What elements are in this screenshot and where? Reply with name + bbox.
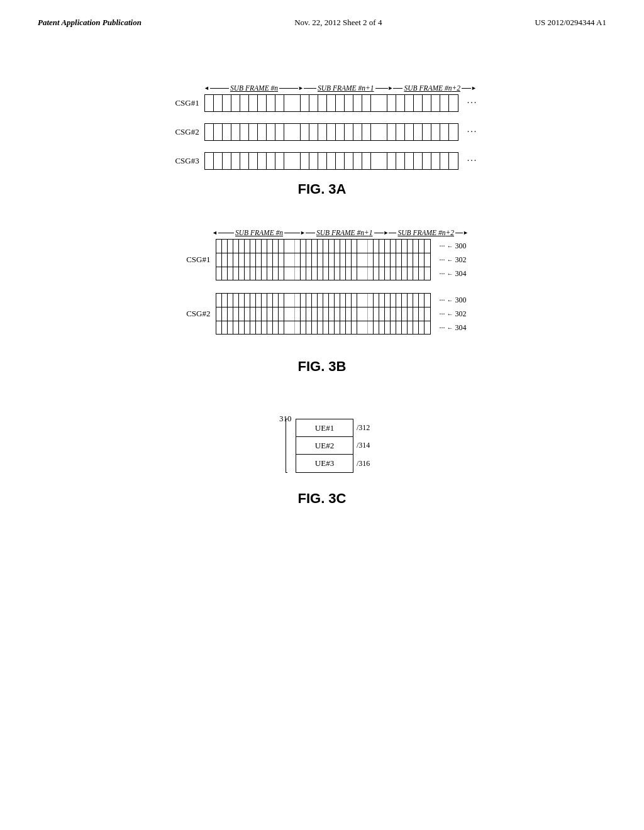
csg1-dots-3a: ··· bbox=[467, 98, 478, 108]
dots-csg2-3: ··· bbox=[440, 323, 445, 333]
fig3b-csg1-ref302: 302 bbox=[455, 255, 467, 265]
subframe-n2-label: SUB FRAME #n+2 ► bbox=[393, 84, 476, 92]
dots-csg2-1: ··· bbox=[440, 296, 445, 305]
fig3b-csg1-ref302-row: ··· ← 302 bbox=[440, 253, 467, 267]
fig3c-ue3-ref: /316 bbox=[357, 459, 370, 468]
fig3a-rows: CSG#1 ··· CSG#2 bbox=[167, 94, 478, 170]
fig3a-caption: FIG. 3A bbox=[297, 181, 346, 197]
main-content: ◄ SUB FRAME #n ► SUB FRAME #n+1 ► SUB FR… bbox=[0, 34, 644, 519]
arrow-left-icon-3: ← bbox=[447, 270, 453, 277]
fig3b-csg1-row2 bbox=[216, 253, 431, 267]
fig3b-sfn2-label: SUB FRAME #n+2 ► bbox=[389, 229, 468, 236]
fig3c-ue2-row: UE#2 /314 bbox=[296, 437, 353, 455]
fig3b-subframe-labels: ◄ SUB FRAME #n ► SUB FRAME #n+1 ► SUB FR… bbox=[212, 229, 469, 236]
fig3b-csg2-label: CSG#2 bbox=[178, 309, 211, 319]
fig3b-section: ◄ SUB FRAME #n ► SUB FRAME #n+1 ► SUB FR… bbox=[38, 229, 606, 375]
fig3c-ue1-ref: /312 bbox=[357, 423, 370, 433]
fig3b-csg2-refs: ··· ← 300 ··· ← 302 ··· ← 304 bbox=[440, 293, 467, 335]
fig3b-csg2-ref300-row: ··· ← 300 bbox=[440, 293, 467, 307]
dots-csg1-2: ··· bbox=[440, 255, 445, 265]
fig3b-csg1-ref304: 304 bbox=[455, 269, 467, 279]
arrow-left-icon-4: ← bbox=[447, 297, 453, 304]
dots-csg2-2: ··· bbox=[440, 309, 445, 319]
fig3b-csg2-ref302-row: ··· ← 302 bbox=[440, 307, 467, 321]
fig3a-subframe-labels: ◄ SUB FRAME #n ► SUB FRAME #n+1 ► SUB FR… bbox=[204, 84, 477, 92]
arrow-left-icon-2: ← bbox=[447, 257, 453, 263]
fig3b-sfn-label: ◄ SUB FRAME #n ► bbox=[212, 229, 306, 236]
fig3c-ue1-cell: UE#1 bbox=[296, 419, 353, 436]
fig3b-csg1-ref300: 300 bbox=[455, 241, 467, 251]
fig3b-csg1-ref304-row: ··· ← 304 bbox=[440, 267, 467, 280]
fig3c-box-wrapper: 310 UE#1 /312 UE#2 /314 UE#3 /316 bbox=[291, 419, 353, 473]
fig3b-caption: FIG. 3B bbox=[297, 358, 346, 375]
fig3b-csg1-label: CSG#1 bbox=[178, 255, 211, 265]
csg2-row-3a: CSG#2 ··· bbox=[167, 123, 478, 141]
csg3-grid-3a bbox=[204, 152, 458, 170]
fig3c-ue3-cell: UE#3 bbox=[296, 455, 353, 472]
fig3b-csg1-row1 bbox=[216, 239, 431, 253]
csg2-label-3a: CSG#2 bbox=[167, 127, 199, 137]
csg2-dots-3a: ··· bbox=[467, 127, 478, 137]
header-left: Patent Application Publication bbox=[38, 18, 142, 28]
fig3b-csg2-row2 bbox=[216, 307, 431, 321]
csg3-label-3a: CSG#3 bbox=[167, 156, 199, 166]
fig3c-section: 310 UE#1 /312 UE#2 /314 UE#3 /316 bbox=[38, 406, 606, 507]
arrow-left-icon-6: ← bbox=[447, 324, 453, 331]
fig3b-csg2-ref304-row: ··· ← 304 bbox=[440, 321, 467, 335]
subframe-n1-label: SUB FRAME #n+1 ► bbox=[304, 84, 393, 92]
fig3b-csg2-row1 bbox=[216, 293, 431, 307]
csg3-row-3a: CSG#3 ··· bbox=[167, 152, 478, 170]
fig3c-ue1-row: UE#1 /312 bbox=[296, 419, 353, 437]
fig3b-csg1-refs: ··· ← 300 ··· ← 302 ··· ← 304 bbox=[440, 239, 467, 280]
dots-csg1-1: ··· bbox=[440, 241, 445, 251]
fig3c-ue2-cell: UE#2 bbox=[296, 437, 353, 454]
header-center: Nov. 22, 2012 Sheet 2 of 4 bbox=[294, 18, 382, 28]
fig3b-csg2-ref304: 304 bbox=[455, 323, 467, 333]
fig3c-ue3-row: UE#3 /316 bbox=[296, 455, 353, 472]
fig3b-csg1-group: CSG#1 ··· ← 300 ··· ← 302 bbox=[178, 239, 467, 280]
arrow-left-icon-5: ← bbox=[447, 311, 453, 318]
fig3c-ue2-ref: /314 bbox=[357, 441, 370, 450]
fig3b-csg2-ref300: 300 bbox=[455, 296, 467, 305]
csg1-label-3a: CSG#1 bbox=[167, 98, 199, 108]
fig3b-sfn1-label: SUB FRAME #n+1 ► bbox=[306, 229, 389, 236]
csg3-dots-3a: ··· bbox=[467, 156, 478, 166]
fig3c-caption: FIG. 3C bbox=[297, 490, 346, 507]
fig3a-section: ◄ SUB FRAME #n ► SUB FRAME #n+1 ► SUB FR… bbox=[38, 84, 606, 197]
dots-csg1-3: ··· bbox=[440, 269, 445, 279]
csg2-grid-3a bbox=[204, 123, 458, 141]
arrow-left-icon-1: ← bbox=[447, 243, 453, 250]
fig3c-table: UE#1 /312 UE#2 /314 UE#3 /316 bbox=[296, 419, 353, 473]
fig3b-csg1-ref300-row: ··· ← 300 bbox=[440, 239, 467, 253]
fig3b-csg2-block bbox=[216, 293, 431, 335]
header-right: US 2012/0294344 A1 bbox=[535, 18, 606, 28]
page-header: Patent Application Publication Nov. 22, … bbox=[0, 0, 644, 34]
csg1-grid-3a bbox=[204, 94, 458, 112]
csg1-row-3a: CSG#1 ··· bbox=[167, 94, 478, 112]
fig3c-brace-left bbox=[286, 419, 287, 473]
fig3b-csg2-row3 bbox=[216, 321, 431, 335]
subframe-n-label: ◄ SUB FRAME #n ► bbox=[204, 84, 304, 92]
fig3b-csg1-row3 bbox=[216, 267, 431, 280]
fig3b-csg1-block bbox=[216, 239, 431, 280]
fig3b-csg2-ref302: 302 bbox=[455, 309, 467, 319]
fig3b-csg2-group: CSG#2 ··· ← 300 ··· ← 302 ··· bbox=[178, 293, 467, 335]
